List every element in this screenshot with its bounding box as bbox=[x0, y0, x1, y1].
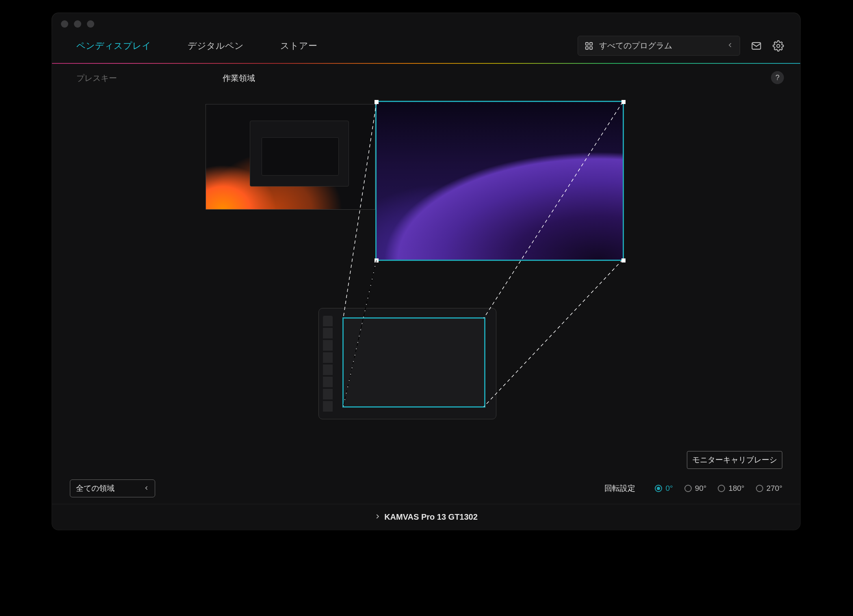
sub-nav: プレスキー 作業領域 ? bbox=[52, 64, 800, 93]
monitor-2-preview[interactable] bbox=[375, 101, 624, 261]
device-footer[interactable]: KAMVAS Pro 13 GT1302 bbox=[52, 504, 800, 530]
rotation-radio-270[interactable]: 270° bbox=[756, 484, 782, 493]
svg-rect-1 bbox=[590, 42, 592, 45]
monitor-calibration-button[interactable]: モニターキャリブレーシ bbox=[687, 451, 782, 469]
mail-icon[interactable] bbox=[751, 40, 762, 52]
tab-digital-pen[interactable]: デジタルペン bbox=[188, 40, 244, 52]
device-name: KAMVAS Pro 13 GT1302 bbox=[384, 512, 478, 522]
subtab-working-area[interactable]: 作業領域 bbox=[223, 73, 255, 84]
svg-line-10 bbox=[484, 260, 623, 407]
svg-rect-3 bbox=[590, 46, 592, 49]
apps-grid-icon bbox=[585, 41, 593, 50]
help-button[interactable]: ? bbox=[771, 71, 784, 84]
working-area-canvas bbox=[52, 93, 800, 426]
rotation-radio-0[interactable]: 0° bbox=[655, 484, 673, 493]
tablet-express-keys bbox=[323, 316, 333, 412]
svg-rect-0 bbox=[586, 42, 588, 45]
resize-handle-bottom-left[interactable] bbox=[375, 258, 379, 262]
tablet-preview[interactable] bbox=[318, 308, 496, 419]
svg-rect-2 bbox=[586, 46, 588, 49]
rotation-label: 回転設定 bbox=[604, 483, 635, 494]
program-selector-label: すべてのプログラム bbox=[599, 40, 672, 51]
resize-handle-top-left[interactable] bbox=[375, 100, 379, 104]
chevron-left-icon bbox=[727, 41, 733, 50]
tab-store[interactable]: ストアー bbox=[280, 40, 317, 52]
gear-icon[interactable] bbox=[773, 40, 784, 52]
svg-point-5 bbox=[777, 44, 779, 47]
app-window: ペンディスプレイ デジタルペン ストアー すべてのプログラム プレスキー 作業領… bbox=[52, 13, 800, 530]
resize-handle-bottom-right[interactable] bbox=[621, 258, 626, 262]
chevron-left-icon bbox=[144, 484, 149, 493]
rotation-radio-180[interactable]: 180° bbox=[718, 484, 744, 493]
monitor-1-app-thumbnail bbox=[250, 121, 349, 187]
resize-handle-top-right[interactable] bbox=[621, 100, 626, 104]
subtab-press-keys[interactable]: プレスキー bbox=[76, 73, 117, 84]
monitor-1-preview[interactable] bbox=[206, 104, 375, 210]
area-selector-label: 全ての領域 bbox=[76, 483, 115, 494]
area-selector[interactable]: 全ての領域 bbox=[70, 479, 155, 497]
tablet-active-area[interactable] bbox=[342, 317, 485, 408]
top-nav: ペンディスプレイ デジタルペン ストアー すべてのプログラム bbox=[52, 13, 800, 63]
rotation-radio-90[interactable]: 90° bbox=[684, 484, 707, 493]
chevron-right-icon bbox=[375, 512, 380, 522]
bottom-controls: 全ての領域 回転設定 0° 90° 180° 270° bbox=[52, 479, 800, 497]
tab-pen-display[interactable]: ペンディスプレイ bbox=[76, 40, 151, 52]
program-selector[interactable]: すべてのプログラム bbox=[578, 36, 740, 56]
